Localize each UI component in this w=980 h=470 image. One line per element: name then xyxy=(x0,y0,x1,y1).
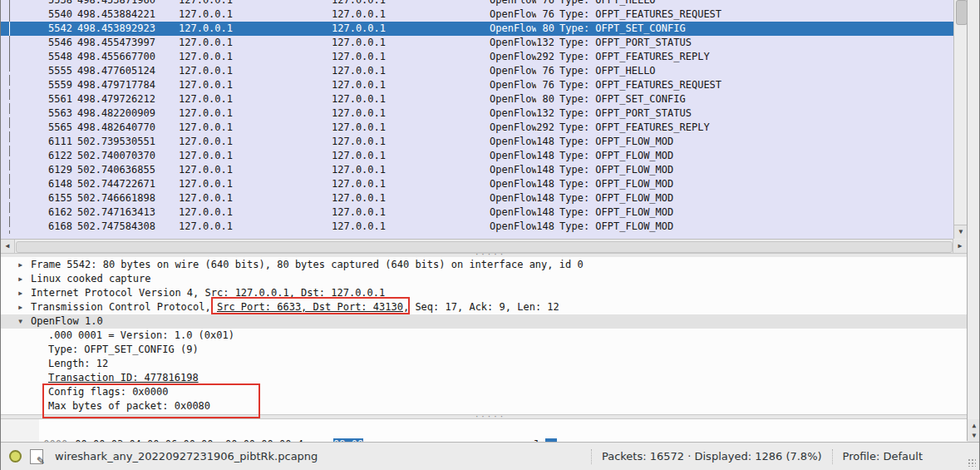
packet-destination: 127.0.0.1 xyxy=(332,121,490,135)
resize-grip[interactable] xyxy=(968,458,976,467)
detail-line[interactable]: Config flags: 0x0000 xyxy=(1,385,967,399)
packet-length: 148 xyxy=(536,191,554,205)
scroll-down-button[interactable]: ▼ xyxy=(954,225,968,239)
detail-line[interactable]: Transaction ID: 477816198 xyxy=(1,371,967,385)
right-scrollbar-gutter: ▲ ▼ xyxy=(967,0,980,441)
detail-line[interactable]: Type: OFPT_SET_CONFIG (9) xyxy=(1,343,967,357)
scrollbar-thumb[interactable] xyxy=(16,241,953,253)
packet-row[interactable]: 5542 498.453892923 127.0.0.1 127.0.0.1 O… xyxy=(1,22,953,36)
packet-protocol: OpenFlow xyxy=(490,205,536,220)
packet-row[interactable]: 5565 498.482640770 127.0.0.1 127.0.0.1 O… xyxy=(1,121,953,135)
packet-destination: 127.0.0.1 xyxy=(332,50,490,64)
packet-destination: 127.0.0.1 xyxy=(332,191,490,205)
packet-destination: 127.0.0.1 xyxy=(332,177,490,191)
packet-row[interactable]: 5563 498.482200909 127.0.0.1 127.0.0.1 O… xyxy=(1,106,953,121)
scrollbar-thumb[interactable] xyxy=(956,0,968,25)
packet-destination: 127.0.0.1 xyxy=(332,220,490,234)
packet-row[interactable]: 6111 502.739530551 127.0.0.1 127.0.0.1 O… xyxy=(1,135,953,149)
packet-row[interactable]: 6155 502.746661898 127.0.0.1 127.0.0.1 O… xyxy=(1,191,953,205)
packet-source: 127.0.0.1 xyxy=(179,177,332,191)
packet-length: 148 xyxy=(536,135,554,149)
detail-text: Config flags: 0x0000 xyxy=(48,386,169,398)
expert-info-icon[interactable] xyxy=(9,450,22,463)
detail-line[interactable]: .000 0001 = Version: 1.0 (0x01) xyxy=(1,329,967,343)
collapsed-arrow-icon[interactable]: ▸ xyxy=(17,286,31,300)
packet-protocol: OpenFlow xyxy=(490,7,536,22)
packet-protocol: OpenFlow xyxy=(490,92,536,106)
packet-row[interactable]: 5561 498.479726212 127.0.0.1 127.0.0.1 O… xyxy=(1,92,953,106)
detail-text: Length: 12 xyxy=(48,358,108,369)
packet-number: 5540 xyxy=(12,7,72,22)
packet-destination: 127.0.0.1 xyxy=(332,92,490,106)
packet-destination: 127.0.0.1 xyxy=(332,7,490,22)
packet-number: 5548 xyxy=(12,50,72,64)
packet-row[interactable]: 5555 498.477605124 127.0.0.1 127.0.0.1 O… xyxy=(1,64,953,78)
packet-protocol: OpenFlow xyxy=(490,163,536,177)
expanded-arrow-icon[interactable]: ▾ xyxy=(17,314,31,329)
statusbar-separator xyxy=(591,449,592,464)
packet-time: 502.744722671 xyxy=(77,177,179,191)
packet-time: 498.453884221 xyxy=(77,7,179,22)
packet-number: 5542 xyxy=(12,22,72,36)
packet-number: 6111 xyxy=(12,135,72,149)
packet-row[interactable]: 5540 498.453884221 127.0.0.1 127.0.0.1 O… xyxy=(1,7,953,22)
related-packet-mark xyxy=(1,64,12,78)
packet-number: 6162 xyxy=(12,205,72,220)
hex-scroll-down-button[interactable]: ▼ xyxy=(968,429,980,443)
detail-line[interactable]: ▸Linux cooked capture xyxy=(1,272,967,286)
related-packet-mark xyxy=(1,36,12,50)
packet-source: 127.0.0.1 xyxy=(179,50,332,64)
detail-line[interactable]: Length: 12 xyxy=(1,357,967,371)
packet-row[interactable]: 6122 502.740070370 127.0.0.1 127.0.0.1 O… xyxy=(1,149,953,163)
packet-row[interactable]: 5548 498.455667700 127.0.0.1 127.0.0.1 O… xyxy=(1,50,953,64)
packet-row[interactable]: 6168 502.747584308 127.0.0.1 127.0.0.1 O… xyxy=(1,220,953,234)
packet-info: Type: OFPT_FLOW_MOD xyxy=(559,135,953,149)
arrow-left-icon: ◀ xyxy=(6,242,10,250)
detail-line[interactable]: ▾OpenFlow 1.0 xyxy=(1,314,967,329)
packet-row[interactable]: 6129 502.740636855 127.0.0.1 127.0.0.1 O… xyxy=(1,163,953,177)
profile-label[interactable]: Profile: Default xyxy=(843,450,923,463)
packet-length: 292 xyxy=(536,50,554,64)
packet-info: Type: OFPT_HELLO xyxy=(559,64,953,78)
collapsed-arrow-icon[interactable]: ▸ xyxy=(17,272,31,286)
packet-number: 5559 xyxy=(12,78,72,92)
scroll-left-button[interactable]: ◀ xyxy=(1,240,15,253)
packet-time: 498.482640770 xyxy=(77,121,179,135)
capture-comment-icon[interactable] xyxy=(30,449,43,464)
packet-row[interactable]: 5559 498.479717784 127.0.0.1 127.0.0.1 O… xyxy=(1,78,953,92)
packet-number: 6155 xyxy=(12,191,72,205)
statusbar-separator xyxy=(832,449,833,464)
packet-number: 5555 xyxy=(12,64,72,78)
arrow-up-icon: ▲ xyxy=(973,422,977,429)
detail-text: Transaction ID: 477816198 xyxy=(48,372,199,383)
packet-length: 76 xyxy=(536,0,554,7)
collapsed-arrow-icon[interactable]: ▸ xyxy=(17,300,31,314)
packet-list-vertical-scrollbar[interactable]: ▼ xyxy=(953,0,967,239)
packet-protocol: OpenFlow xyxy=(490,64,536,78)
packet-number: 5563 xyxy=(12,106,72,121)
packet-destination: 127.0.0.1 xyxy=(332,106,490,121)
packet-length: 148 xyxy=(536,220,554,234)
collapsed-arrow-icon[interactable]: ▸ xyxy=(17,258,31,272)
detail-text: Type: OFPT_SET_CONFIG (9) xyxy=(48,344,199,355)
packet-row[interactable]: 5538 498.453871960 127.0.0.1 127.0.0.1 O… xyxy=(1,0,953,7)
packet-number: 5565 xyxy=(12,121,72,135)
detail-line[interactable]: Max bytes of packet: 0x0080 xyxy=(1,399,967,413)
packet-source: 127.0.0.1 xyxy=(179,191,332,205)
detail-text: .000 0001 = Version: 1.0 (0x01) xyxy=(48,329,234,341)
packet-row[interactable]: 6162 502.747163413 127.0.0.1 127.0.0.1 O… xyxy=(1,205,953,220)
packet-row[interactable]: 6148 502.744722671 127.0.0.1 127.0.0.1 O… xyxy=(1,177,953,191)
hex-line[interactable]: 000000 00 03 04 00 06 00 00 00 00 00 00 … xyxy=(1,419,967,438)
packet-time: 502.746661898 xyxy=(77,191,179,205)
detail-text: Internet Protocol Version 4, Src: xyxy=(31,287,235,299)
scroll-right-button[interactable]: ▶ xyxy=(953,240,967,253)
related-packet-mark xyxy=(1,7,12,22)
detail-line[interactable]: ▸Internet Protocol Version 4, Src: 127.0… xyxy=(1,286,967,300)
detail-line[interactable]: ▸Frame 5542: 80 bytes on wire (640 bits)… xyxy=(1,258,967,272)
packet-list-horizontal-scrollbar[interactable]: ◀ ▶ xyxy=(1,240,967,254)
packet-row[interactable]: 5546 498.455473997 127.0.0.1 127.0.0.1 O… xyxy=(1,36,953,50)
detail-line[interactable]: ▸Transmission Control Protocol, Src Port… xyxy=(1,300,967,314)
packet-info: Type: OFPT_PORT_STATUS xyxy=(559,36,953,50)
packet-source: 127.0.0.1 xyxy=(179,106,332,121)
arrow-down-icon: ▼ xyxy=(959,228,963,235)
